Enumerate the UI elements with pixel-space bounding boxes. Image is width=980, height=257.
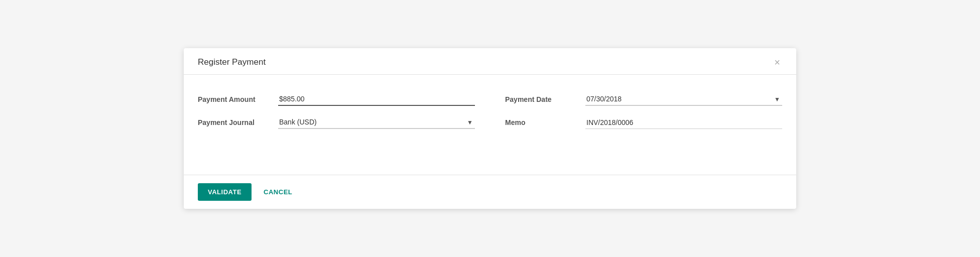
payment-journal-row: Payment Journal Bank (USD) Cash Checks ▼ xyxy=(198,116,475,129)
payment-journal-select[interactable]: Bank (USD) Cash Checks xyxy=(278,116,475,129)
payment-date-label: Payment Date xyxy=(505,95,585,103)
payment-date-row: Payment Date 07/30/2018 ▼ xyxy=(505,93,782,106)
cancel-button[interactable]: CANCEL xyxy=(262,183,294,201)
payment-amount-row: Payment Amount xyxy=(198,93,475,106)
payment-journal-wrapper: Bank (USD) Cash Checks ▼ xyxy=(278,116,475,129)
memo-wrapper xyxy=(585,116,782,129)
dialog-header: Register Payment × xyxy=(184,48,796,75)
close-button[interactable]: × xyxy=(772,57,782,67)
memo-row: Memo xyxy=(505,116,782,129)
dialog-body: Payment Amount Payment Date 07/30/2018 ▼… xyxy=(184,75,796,175)
payment-amount-wrapper xyxy=(278,93,475,106)
memo-label: Memo xyxy=(505,118,585,126)
form-grid: Payment Amount Payment Date 07/30/2018 ▼… xyxy=(198,93,782,129)
payment-amount-label: Payment Amount xyxy=(198,95,278,103)
dialog-title: Register Payment xyxy=(198,57,266,67)
memo-input[interactable] xyxy=(585,116,782,129)
payment-date-wrapper: 07/30/2018 ▼ xyxy=(585,93,782,106)
payment-journal-label: Payment Journal xyxy=(198,118,278,126)
payment-date-select[interactable]: 07/30/2018 xyxy=(585,93,782,106)
dialog-footer: VALIDATE CANCEL xyxy=(184,175,796,209)
register-payment-dialog: Register Payment × Payment Amount Paymen… xyxy=(184,48,796,209)
validate-button[interactable]: VALIDATE xyxy=(198,183,252,201)
payment-amount-input[interactable] xyxy=(278,93,475,106)
